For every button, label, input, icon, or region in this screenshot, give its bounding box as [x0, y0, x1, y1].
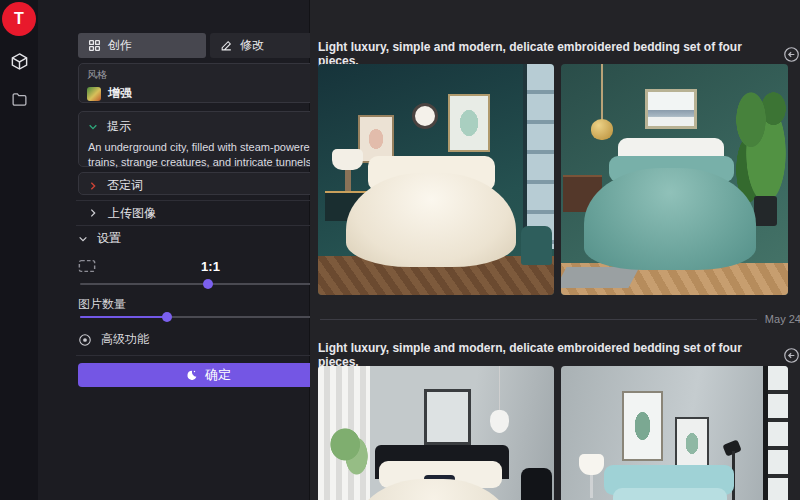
avatar[interactable]: T: [2, 2, 36, 36]
scene-bed: [584, 168, 757, 270]
generated-image[interactable]: [318, 366, 554, 500]
generation-prompt: Light luxury, simple and modern, delicat…: [318, 341, 800, 369]
scene-pillows: [613, 488, 727, 500]
generated-image[interactable]: [318, 64, 554, 295]
aspect-ratio-slider-thumb[interactable]: [203, 279, 213, 289]
generation-images: [318, 64, 788, 295]
prompt-header[interactable]: 提示: [88, 118, 328, 135]
image-count-row: 图片数量 4: [78, 296, 338, 313]
app-rail: T: [0, 0, 38, 500]
upload-image-row[interactable]: 上传图像: [76, 200, 348, 226]
scene-frame: [448, 94, 490, 152]
control-panel: 创作 修改 风格 增强: [38, 0, 310, 500]
logo-letter: T: [14, 10, 24, 28]
scene-frame: [622, 391, 663, 460]
scene-window: [763, 366, 788, 500]
confirm-label: 确定: [205, 366, 231, 384]
scene-bed: [346, 173, 516, 268]
panel-divider: [76, 355, 348, 356]
moon-icon: [185, 369, 198, 382]
style-thumbnail: [87, 87, 101, 101]
confirm-button[interactable]: 确定: [78, 363, 338, 387]
scene-lamp-base: [590, 475, 594, 498]
upload-label: 上传图像: [108, 205, 156, 222]
image-count-slider-thumb[interactable]: [162, 312, 172, 322]
app-window: T: [0, 0, 800, 500]
scene-rug: [561, 267, 639, 288]
negative-label: 否定词: [107, 177, 143, 194]
chevron-right-icon: [88, 181, 98, 191]
sidebar-item-files[interactable]: [0, 84, 38, 114]
scene-plant: [736, 92, 786, 203]
generation-prompt-text: Light luxury, simple and modern, delicat…: [318, 341, 771, 369]
tab-create-label: 创作: [108, 37, 132, 54]
scene-window: [523, 64, 554, 249]
scene-lamp-cord: [601, 64, 603, 122]
settings-label: 设置: [97, 230, 121, 247]
style-label: 风格: [87, 68, 329, 82]
image-count-slider[interactable]: [80, 312, 336, 322]
scene-plant-pot: [754, 196, 777, 226]
aspect-ratio-row: 1:1: [78, 255, 338, 277]
scene-frame: [424, 389, 471, 444]
scene-chair: [521, 226, 552, 265]
negative-section[interactable]: 否定词: [78, 172, 338, 195]
aspect-ratio-slider[interactable]: [80, 279, 336, 289]
arrow-left-circle-icon[interactable]: [783, 347, 800, 364]
scene-lamp-base: [345, 170, 351, 191]
generated-image[interactable]: [561, 366, 788, 500]
generation-date: May 24,: [765, 313, 800, 325]
results-area: Light luxury, simple and modern, delicat…: [310, 0, 800, 500]
prompt-label: 提示: [107, 118, 131, 135]
aspect-ratio-value: 1:1: [96, 259, 325, 274]
chevron-down-icon: [78, 234, 88, 244]
scene-plant: [330, 428, 368, 474]
generation-images: [318, 366, 788, 500]
tab-create[interactable]: 创作: [78, 33, 206, 58]
scene-pendant-lamp: [591, 119, 614, 140]
settings-header[interactable]: 设置: [78, 230, 338, 247]
image-count-label: 图片数量: [78, 296, 331, 313]
scene-lamp: [332, 149, 363, 170]
edit-icon: [220, 39, 233, 52]
mode-tabs: 创作 修改: [78, 33, 338, 58]
sidebar-item-generate[interactable]: [0, 46, 38, 76]
style-picker[interactable]: 风格 增强: [78, 63, 338, 103]
generation-date-divider: May 24,: [320, 312, 798, 326]
scene-chair: [521, 468, 552, 500]
advanced-features-row[interactable]: 高级功能: [78, 331, 338, 348]
divider-line: [320, 319, 757, 320]
advanced-features-label: 高级功能: [101, 331, 149, 348]
scene-lamp-cord: [499, 366, 500, 412]
folder-icon: [11, 91, 28, 108]
cube-icon: [10, 52, 29, 71]
eye-icon: [78, 333, 92, 347]
generated-image[interactable]: [561, 64, 788, 295]
scene-frame: [675, 417, 709, 470]
style-value: 增强: [108, 85, 311, 102]
scene-frame: [645, 89, 697, 128]
tab-modify-label: 修改: [240, 37, 264, 54]
grid-icon: [88, 39, 101, 52]
chevron-down-icon: [88, 122, 98, 132]
landscape-ratio-icon: [78, 259, 96, 273]
chevron-right-icon: [88, 208, 98, 218]
prompt-section: 提示 An underground city, filled with stea…: [78, 111, 338, 167]
scene-lamp: [579, 454, 604, 475]
arrow-left-circle-icon[interactable]: [783, 46, 800, 63]
